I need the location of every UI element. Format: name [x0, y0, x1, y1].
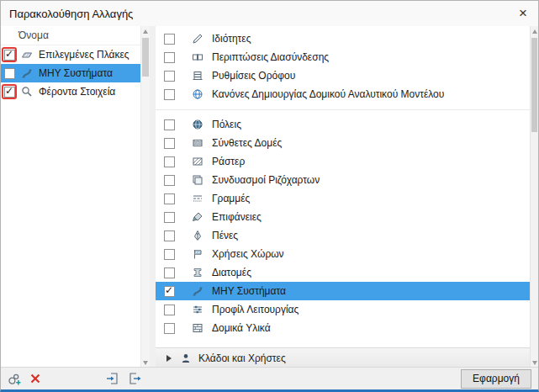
list-item-label: Περιπτώσεις Διασύνδεσης: [212, 51, 329, 63]
composites-icon: [191, 136, 204, 150]
close-icon[interactable]: ×: [508, 1, 538, 26]
left-scrollbar[interactable]: [140, 26, 150, 368]
scrollbar-thumb[interactable]: [531, 38, 537, 132]
list-item-label: Πόλεις: [212, 119, 241, 130]
list-item[interactable]: Ιδιότητες: [156, 29, 530, 48]
chevron-right-icon: [166, 355, 172, 362]
checkbox[interactable]: [4, 68, 15, 79]
scroll-up-icon[interactable]: [143, 29, 148, 34]
list-item-label: Επιφάνειες: [212, 211, 262, 223]
slabs-icon: [20, 48, 34, 61]
checkbox[interactable]: [164, 212, 175, 223]
list-item[interactable]: Σύνθετες Δομές: [156, 134, 530, 152]
checkbox[interactable]: [164, 34, 175, 45]
list-item-label: Κανόνες Δημιουργίας Δομικού Αναλυτικού Μ…: [212, 88, 444, 100]
checkbox[interactable]: [164, 230, 175, 241]
list-item-label: Δομικά Υλικά: [212, 322, 271, 334]
interoperability-icon: [191, 50, 204, 64]
list-item[interactable]: Προφίλ Λειτουργίας: [156, 300, 530, 319]
scroll-down-icon[interactable]: [532, 361, 537, 365]
pens-icon: [191, 229, 204, 242]
list-item[interactable]: ΜΗΥ Συστήματα: [1, 64, 140, 82]
list-item-label: Προφίλ Λειτουργίας: [212, 304, 299, 315]
mep-systems-icon: [191, 284, 204, 298]
scroll-down-icon[interactable]: [143, 361, 148, 365]
track-changes-dialog: Παρακολούθηση Αλλαγής × Όνομα Επιλεγμένε…: [0, 0, 539, 392]
column-header-name: Όνομα: [1, 26, 150, 45]
group-separator: [156, 109, 530, 110]
checkbox[interactable]: [164, 138, 175, 149]
right-scrollbar[interactable]: [530, 26, 538, 368]
dialog-title: Παρακολούθηση Αλλαγής: [1, 8, 133, 20]
list-item-label: Χρήσεις Χώρων: [212, 248, 284, 260]
checkbox[interactable]: [164, 89, 175, 100]
users-icon: [179, 352, 193, 365]
layer-combinations-icon: [191, 173, 204, 187]
list-item[interactable]: Ράστερ: [156, 152, 530, 171]
list-item-label: Πένες: [212, 230, 238, 241]
list-item-label: Γραμμές: [212, 193, 250, 204]
collapsed-section-header[interactable]: Κλάδοι και Χρήστες: [156, 347, 530, 368]
list-item-label: Συνδυασμοί Ριζόχαρτων: [212, 174, 320, 186]
scrollbar-thumb[interactable]: [142, 38, 149, 77]
structural-elements-icon: [20, 85, 34, 98]
profiles-icon: [191, 266, 204, 279]
list-item[interactable]: Συνδυασμοί Ριζόχαρτων: [156, 171, 530, 189]
footer-toolbar: Εφαρμογή: [1, 367, 538, 389]
list-item-label: Φέροντα Στοιχεία: [39, 86, 115, 98]
checkbox[interactable]: [164, 71, 175, 82]
list-item-label: Ιδιότητες: [212, 33, 251, 45]
checkbox[interactable]: [164, 119, 175, 130]
zones-icon: [191, 247, 204, 261]
checkbox[interactable]: [164, 52, 175, 63]
list-item[interactable]: Δομικά Υλικά: [156, 319, 530, 337]
change-types-panel: Ιδιότητες Περιπτώσεις Διασύνδεσης Ρυθμίσ…: [156, 26, 530, 368]
list-item[interactable]: Επιφάνειες: [156, 208, 530, 226]
cities-icon: [191, 118, 204, 131]
title-bar: Παρακολούθηση Αλλαγής ×: [1, 1, 538, 26]
list-item[interactable]: Φέροντα Στοιχεία: [1, 82, 140, 101]
surfaces-icon: [191, 210, 204, 224]
checkbox[interactable]: [4, 50, 15, 61]
new-issue-icon[interactable]: [4, 369, 23, 388]
apply-button[interactable]: Εφαρμογή: [461, 369, 531, 389]
import-icon[interactable]: [103, 369, 122, 388]
list-item[interactable]: Πόλεις: [156, 115, 530, 134]
list-item[interactable]: Πένες: [156, 226, 530, 245]
change-types-list: Ιδιότητες Περιπτώσεις Διασύνδεσης Ρυθμίσ…: [156, 26, 530, 347]
operation-profiles-icon: [191, 303, 204, 316]
list-item[interactable]: ΜΗΥ Συστήματα: [156, 282, 530, 300]
checkbox[interactable]: [4, 87, 15, 98]
collapsed-section-label: Κλάδοι και Χρήστες: [198, 352, 286, 364]
delete-issue-icon[interactable]: [26, 369, 45, 388]
checkbox[interactable]: [164, 268, 175, 278]
scroll-up-icon[interactable]: [532, 29, 537, 34]
list-item-label: ΜΗΥ Συστήματα: [39, 67, 113, 79]
story-settings-icon: [191, 69, 204, 82]
checkbox[interactable]: [164, 286, 175, 297]
list-item[interactable]: Επιλεγμένες Πλάκες: [1, 45, 140, 64]
list-item-label: ΜΗΥ Συστήματα: [212, 285, 286, 297]
checkbox[interactable]: [164, 323, 175, 334]
checkbox[interactable]: [164, 175, 175, 186]
checkbox[interactable]: [164, 249, 175, 260]
list-item-label: Σύνθετες Δομές: [212, 137, 282, 149]
checkbox[interactable]: [164, 193, 175, 204]
list-item[interactable]: Χρήσεις Χώρων: [156, 245, 530, 263]
list-item[interactable]: Ρυθμίσεις Ορόφου: [156, 66, 530, 85]
building-materials-icon: [191, 321, 204, 335]
structural-model-rules-icon: [191, 87, 204, 101]
checkbox[interactable]: [164, 305, 175, 315]
list-item-label: Επιλεγμένες Πλάκες: [39, 49, 129, 61]
mep-systems-icon: [20, 66, 34, 80]
list-item[interactable]: Διατομές: [156, 263, 530, 282]
issues-list-panel: Όνομα Επιλεγμένες Πλάκες ΜΗΥ Συστήματα Φ…: [1, 26, 150, 368]
list-item-label: Ρυθμίσεις Ορόφου: [212, 70, 295, 82]
list-item[interactable]: Περιπτώσεις Διασύνδεσης: [156, 48, 530, 66]
lines-icon: [191, 192, 204, 205]
export-icon[interactable]: [125, 369, 144, 388]
list-item[interactable]: Γραμμές: [156, 189, 530, 208]
raster-icon: [191, 155, 204, 168]
checkbox[interactable]: [164, 156, 175, 167]
list-item[interactable]: Κανόνες Δημιουργίας Δομικού Αναλυτικού Μ…: [156, 85, 530, 103]
